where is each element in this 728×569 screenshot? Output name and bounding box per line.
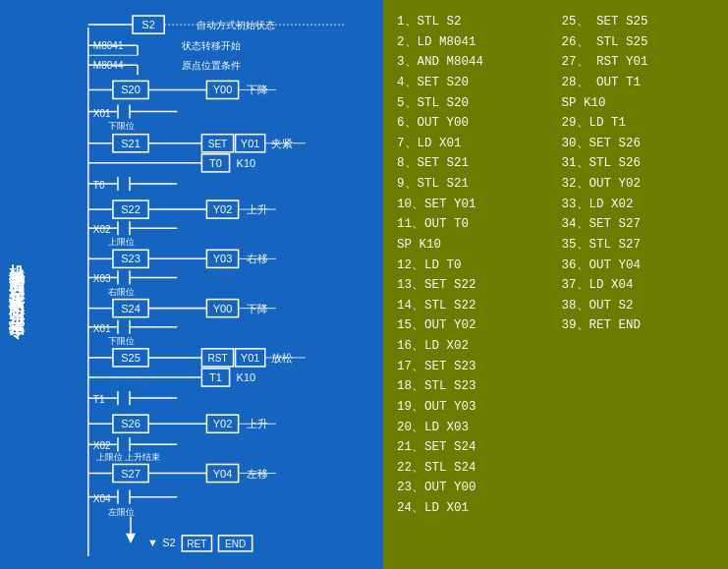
svg-text:▼: ▼ xyxy=(147,537,158,548)
code-line: 13、SET S22 xyxy=(397,275,550,296)
code-line: 21、SET S24 xyxy=(397,437,550,458)
svg-text:X01: X01 xyxy=(93,323,111,334)
code-line: 17、SET S23 xyxy=(397,357,550,377)
code-line: 29、LD T1 xyxy=(562,113,715,134)
svg-text:SET: SET xyxy=(208,139,228,149)
code-line: 24、LD X01 xyxy=(397,498,550,519)
svg-text:S22: S22 xyxy=(121,203,140,215)
svg-text:状态转移开始: 状态转移开始 xyxy=(181,40,241,51)
svg-text:下限位: 下限位 xyxy=(108,121,135,131)
svg-text:S26: S26 xyxy=(121,418,140,429)
code-column-left: 1、STL S22、LD M80413、AND M80444、SET S205、… xyxy=(391,10,556,559)
code-line: 34、SET S27 xyxy=(562,214,715,235)
svg-text:Y01: Y01 xyxy=(241,138,260,149)
code-line: 25、 SET S25 xyxy=(562,12,715,32)
code-line: 35、STL S27 xyxy=(562,235,715,256)
svg-text:Y02: Y02 xyxy=(213,203,233,215)
svg-text:Y04: Y04 xyxy=(213,468,233,480)
code-line: 28、 OUT T1 xyxy=(562,73,715,93)
svg-text:S2: S2 xyxy=(141,19,155,30)
svg-text:S21: S21 xyxy=(121,138,140,149)
code-line: 15、OUT Y02 xyxy=(397,315,550,336)
svg-text:S2: S2 xyxy=(162,537,176,548)
svg-text:左限位: 左限位 xyxy=(108,507,135,517)
code-line: 10、SET Y01 xyxy=(397,195,550,215)
code-line: 6、OUT Y00 xyxy=(397,113,550,134)
code-line: 3、AND M8044 xyxy=(397,52,550,73)
svg-text:X04: X04 xyxy=(93,493,111,504)
svg-text:S20: S20 xyxy=(121,84,140,95)
code-line: 19、OUT Y03 xyxy=(397,397,550,418)
code-line: 14、STL S22 xyxy=(397,296,550,316)
code-line: 39、RET END xyxy=(562,315,715,336)
code-line: 31、STL S26 xyxy=(562,153,715,174)
svg-text:Y03: Y03 xyxy=(213,253,233,264)
left-panel: 机械手的自动运行状态图（步进指令） text { font-family: 'S… xyxy=(0,0,383,569)
svg-text:K10: K10 xyxy=(237,371,256,383)
svg-text:上限位: 上限位 xyxy=(108,237,135,247)
svg-text:原点位置条件: 原点位置条件 xyxy=(182,60,241,71)
svg-text:END: END xyxy=(225,539,246,549)
code-line: 5、STL S20 xyxy=(397,93,550,114)
code-line: 33、LD X02 xyxy=(562,195,715,215)
svg-text:Y02: Y02 xyxy=(213,418,233,429)
code-line: 9、STL S21 xyxy=(397,174,550,195)
svg-text:T1: T1 xyxy=(209,371,222,383)
svg-text:T0: T0 xyxy=(93,180,105,191)
svg-text:上限位 上升结束: 上限位 上升结束 xyxy=(96,452,161,462)
svg-text:Y00: Y00 xyxy=(213,303,233,314)
code-line: 18、STL S23 xyxy=(397,376,550,397)
vertical-title: 机械手的自动运行状态图（步进指令） xyxy=(8,252,27,318)
code-line: 8、SET S21 xyxy=(397,153,550,174)
svg-marker-140 xyxy=(126,534,136,543)
svg-text:右限位: 右限位 xyxy=(108,287,135,297)
svg-text:RST: RST xyxy=(207,353,227,364)
code-line: 36、OUT Y04 xyxy=(562,256,715,276)
code-line: 26、 STL S25 xyxy=(562,32,715,53)
svg-text:X01: X01 xyxy=(93,108,111,119)
code-line: 16、LD X02 xyxy=(397,336,550,357)
svg-text:RET: RET xyxy=(187,539,206,549)
code-line: 11、OUT T0 xyxy=(397,214,550,235)
svg-text:下限位: 下限位 xyxy=(108,336,135,346)
svg-text:T0: T0 xyxy=(209,157,222,169)
code-line: SP K10 xyxy=(562,93,715,114)
code-line: SP K10 xyxy=(397,235,550,256)
svg-text:S24: S24 xyxy=(121,303,140,314)
svg-text:自动方式初始状态: 自动方式初始状态 xyxy=(196,20,275,30)
code-line: 2、LD M8041 xyxy=(397,32,550,53)
svg-text:K10: K10 xyxy=(237,157,256,169)
code-line: 37、LD X04 xyxy=(562,275,715,296)
code-line: 22、STL S24 xyxy=(397,458,550,479)
svg-text:S25: S25 xyxy=(121,352,140,364)
right-panel: 1、STL S22、LD M80413、AND M80444、SET S205、… xyxy=(383,0,728,569)
svg-text:T1: T1 xyxy=(93,394,105,405)
svg-text:X02: X02 xyxy=(93,224,111,235)
svg-text:Y01: Y01 xyxy=(241,352,260,364)
code-line: 30、SET S26 xyxy=(562,134,715,154)
code-line: 12、LD T0 xyxy=(397,256,550,276)
svg-text:X02: X02 xyxy=(93,440,111,451)
code-line: 27、 RST Y01 xyxy=(562,52,715,73)
code-line: 4、SET S20 xyxy=(397,73,550,93)
svg-text:S23: S23 xyxy=(121,253,140,264)
code-line: 38、OUT S2 xyxy=(562,296,715,316)
code-line: 7、LD X01 xyxy=(397,134,550,154)
code-line: 20、LD X03 xyxy=(397,418,550,438)
ladder-area: text { font-family: 'SimHei', 'Microsoft… xyxy=(54,8,379,561)
svg-text:Y00: Y00 xyxy=(213,84,233,95)
code-line: 32、OUT Y02 xyxy=(562,174,715,195)
code-line: 1、STL S2 xyxy=(397,12,550,32)
code-line: 23、OUT Y00 xyxy=(397,478,550,498)
code-column-right: 25、 SET S2526、 STL S2527、 RST Y0128、 OUT… xyxy=(556,10,721,559)
svg-text:S27: S27 xyxy=(121,468,140,480)
svg-text:X03: X03 xyxy=(93,273,111,284)
